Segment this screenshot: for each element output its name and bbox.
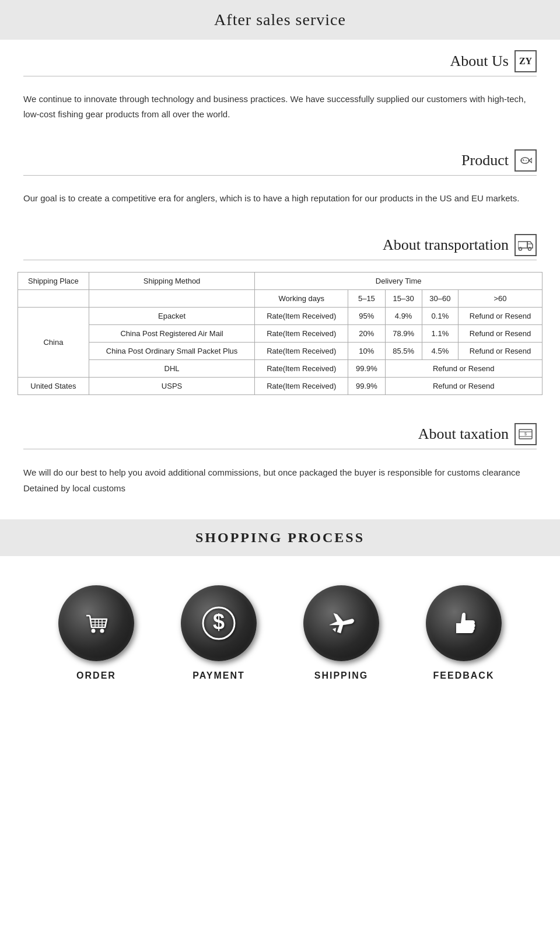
svg-text:$: $ [213, 610, 225, 634]
svg-point-15 [92, 628, 96, 633]
feedback-label: FEEDBACK [433, 670, 495, 681]
product-text: Our goal is to create a competitive era … [0, 181, 560, 223]
product-icon [514, 149, 537, 172]
transportation-divider [23, 260, 537, 260]
about-us-text: We continue to innovate through technolo… [0, 82, 560, 139]
table-row: China Post Registered Air Mail Rate(Item… [18, 324, 542, 342]
col-shipping-method: Shipping Method [89, 272, 255, 289]
page-title: After sales service [0, 11, 560, 29]
col-working-days: Working days [255, 289, 348, 307]
taxation-line2: Detained by local customs [23, 483, 125, 493]
payment-label: PAYMENT [192, 670, 245, 681]
col-delivery-time: Delivery Time [255, 272, 542, 289]
thumb-icon [443, 603, 484, 644]
money-icon: $ [519, 428, 533, 440]
table-row: DHL Rate(Item Received) 99.9% Refund or … [18, 359, 542, 377]
cell-epacket-d4: Refund or Resend [459, 307, 542, 324]
cell-registered-air-d1: 20% [348, 324, 385, 342]
product-divider [23, 175, 537, 176]
cell-epacket-rate: Rate(Item Received) [255, 307, 348, 324]
shopping-process-title: SHOPPING PROCESS [0, 530, 560, 546]
product-title: Product [461, 152, 509, 169]
taxation-title: About taxation [418, 425, 509, 443]
cell-usps-resend: Refund or Resend [385, 377, 542, 394]
svg-rect-4 [518, 242, 527, 248]
cell-registered-air-d3: 1.1% [422, 324, 458, 342]
product-title-row: Product [0, 139, 560, 175]
cell-small-packet: China Post Ordinary Small Packet Plus [89, 342, 255, 359]
truck-icon [518, 239, 533, 251]
about-us-title: About Us [450, 53, 509, 70]
cell-china: China [18, 307, 89, 377]
taxation-line1: We will do our best to help you avoid ad… [23, 467, 520, 477]
col-d1: 5–15 [348, 289, 385, 307]
cell-epacket-d3: 0.1% [422, 307, 458, 324]
table-row: China Epacket Rate(Item Received) 95% 4.… [18, 307, 542, 324]
shipping-label: SHIPPING [314, 670, 368, 681]
order-circle [58, 585, 134, 661]
svg-point-16 [100, 628, 104, 633]
cell-epacket: Epacket [89, 307, 255, 324]
feedback-circle [426, 585, 502, 661]
shopping-process-header: SHOPPING PROCESS [0, 519, 560, 556]
table-row: United States USPS Rate(Item Received) 9… [18, 377, 542, 394]
cell-registered-air-d2: 78.9% [385, 324, 422, 342]
table-row: China Post Ordinary Small Packet Plus Ra… [18, 342, 542, 359]
cell-usps-rate: Rate(Item Received) [255, 377, 348, 394]
cell-usps-d1: 99.9% [348, 377, 385, 394]
col-empty2 [89, 289, 255, 307]
col-d3: 30–60 [422, 289, 458, 307]
col-d2: 15–30 [385, 289, 422, 307]
cell-small-packet-d3: 4.5% [422, 342, 458, 359]
taxation-divider [23, 449, 537, 449]
about-us-icon: ZY [514, 50, 537, 72]
cell-usps: USPS [89, 377, 255, 394]
shipping-circle [303, 585, 379, 661]
transportation-title-row: About transportation [0, 223, 560, 260]
taxation-text: We will do our best to help you avoid ad… [0, 455, 560, 519]
cell-small-packet-rate: Rate(Item Received) [255, 342, 348, 359]
col-d4: >60 [459, 289, 542, 307]
cell-dhl: DHL [89, 359, 255, 377]
cell-us: United States [18, 377, 89, 394]
process-item-feedback: FEEDBACK [426, 585, 502, 681]
cell-dhl-d1: 99.9% [348, 359, 385, 377]
col-empty1 [18, 289, 89, 307]
transportation-title: About transportation [383, 236, 509, 254]
process-item-shipping: SHIPPING [303, 585, 379, 681]
svg-point-7 [528, 247, 531, 250]
cell-epacket-d2: 4.9% [385, 307, 422, 324]
plane-icon [321, 603, 362, 644]
cell-registered-air-rate: Rate(Item Received) [255, 324, 348, 342]
transportation-table-wrapper: Shipping Place Shipping Method Delivery … [0, 266, 560, 413]
cell-dhl-rate: Rate(Item Received) [255, 359, 348, 377]
cell-dhl-resend: Refund or Resend [385, 359, 542, 377]
transportation-table: Shipping Place Shipping Method Delivery … [18, 272, 542, 395]
process-icons-row: ORDER $ PAYMENT SHIPPING [0, 556, 560, 698]
process-item-order: ORDER [58, 585, 134, 681]
page-header: After sales service [0, 0, 560, 40]
zy-label: ZY [519, 56, 532, 67]
svg-point-6 [519, 247, 522, 250]
process-item-payment: $ PAYMENT [181, 585, 257, 681]
order-label: ORDER [76, 670, 116, 681]
col-shipping-place: Shipping Place [18, 272, 89, 289]
svg-point-0 [521, 158, 529, 163]
svg-text:$: $ [524, 432, 527, 436]
transportation-icon [514, 234, 537, 256]
cell-registered-air-d4: Refund or Resend [459, 324, 542, 342]
fish-icon [519, 154, 532, 167]
cell-small-packet-d1: 10% [348, 342, 385, 359]
cell-small-packet-d4: Refund or Resend [459, 342, 542, 359]
payment-circle: $ [181, 585, 257, 661]
cell-epacket-d1: 95% [348, 307, 385, 324]
about-us-divider [23, 76, 537, 76]
svg-point-13 [77, 604, 116, 642]
svg-marker-1 [529, 158, 532, 163]
cart-icon [76, 603, 117, 644]
cell-registered-air: China Post Registered Air Mail [89, 324, 255, 342]
taxation-icon: $ [514, 423, 537, 445]
cell-small-packet-d2: 85.5% [385, 342, 422, 359]
about-us-title-row: About Us ZY [0, 40, 560, 76]
dollar-icon: $ [198, 603, 239, 644]
